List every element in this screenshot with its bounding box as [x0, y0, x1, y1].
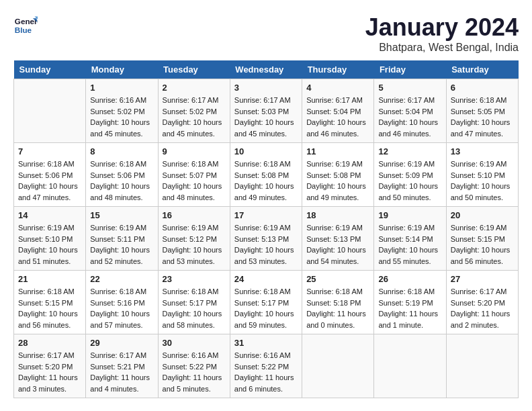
- calendar-cell: 19Sunrise: 6:19 AMSunset: 5:14 PMDayligh…: [374, 207, 446, 271]
- day-info: Sunrise: 6:19 AMSunset: 5:13 PMDaylight:…: [306, 222, 369, 267]
- day-info: Sunrise: 6:18 AMSunset: 5:05 PMDaylight:…: [451, 95, 514, 139]
- day-info: Sunrise: 6:17 AMSunset: 5:04 PMDaylight:…: [306, 95, 369, 139]
- week-row-1: 1Sunrise: 6:16 AMSunset: 5:02 PMDaylight…: [14, 79, 519, 143]
- calendar-cell: 1Sunrise: 6:16 AMSunset: 5:02 PMDaylight…: [86, 79, 158, 143]
- calendar-cell: 4Sunrise: 6:17 AMSunset: 5:04 PMDaylight…: [302, 79, 374, 143]
- calendar-cell: [14, 79, 86, 143]
- day-info: Sunrise: 6:19 AMSunset: 5:09 PMDaylight:…: [378, 158, 441, 203]
- month-title: January 2024: [365, 13, 519, 42]
- day-number: 3: [234, 83, 298, 93]
- calendar-cell: 5Sunrise: 6:17 AMSunset: 5:04 PMDaylight…: [374, 79, 446, 143]
- day-info: Sunrise: 6:18 AMSunset: 5:07 PMDaylight:…: [163, 158, 226, 203]
- calendar-cell: 27Sunrise: 6:17 AMSunset: 5:20 PMDayligh…: [446, 271, 518, 334]
- calendar-cell: [374, 334, 446, 398]
- day-number: 16: [163, 210, 226, 220]
- day-info: Sunrise: 6:19 AMSunset: 5:15 PMDaylight:…: [451, 222, 514, 267]
- calendar-cell: 14Sunrise: 6:19 AMSunset: 5:10 PMDayligh…: [14, 207, 86, 271]
- day-info: Sunrise: 6:19 AMSunset: 5:13 PMDaylight:…: [234, 222, 298, 267]
- calendar-cell: 21Sunrise: 6:18 AMSunset: 5:15 PMDayligh…: [14, 271, 86, 334]
- day-number: 28: [18, 338, 81, 348]
- calendar-cell: 2Sunrise: 6:17 AMSunset: 5:02 PMDaylight…: [158, 79, 230, 143]
- week-row-2: 7Sunrise: 6:18 AMSunset: 5:06 PMDaylight…: [14, 143, 519, 207]
- calendar-cell: 12Sunrise: 6:19 AMSunset: 5:09 PMDayligh…: [374, 143, 446, 207]
- col-header-friday: Friday: [374, 60, 446, 79]
- day-info: Sunrise: 6:19 AMSunset: 5:10 PMDaylight:…: [451, 158, 514, 203]
- day-info: Sunrise: 6:17 AMSunset: 5:20 PMDaylight:…: [18, 350, 81, 394]
- title-block: January 2024 Bhatpara, West Bengal, Indi…: [365, 13, 519, 54]
- day-number: 7: [18, 146, 81, 156]
- page-header: General Blue January 2024 Bhatpara, West…: [13, 13, 519, 54]
- day-number: 15: [90, 210, 153, 220]
- col-header-monday: Monday: [86, 60, 158, 79]
- day-number: 10: [234, 146, 298, 156]
- col-header-thursday: Thursday: [302, 60, 374, 79]
- calendar-cell: 30Sunrise: 6:16 AMSunset: 5:22 PMDayligh…: [158, 334, 230, 398]
- day-info: Sunrise: 6:18 AMSunset: 5:16 PMDaylight:…: [90, 286, 153, 330]
- calendar-cell: [302, 334, 374, 398]
- week-row-3: 14Sunrise: 6:19 AMSunset: 5:10 PMDayligh…: [14, 207, 519, 271]
- calendar-cell: 24Sunrise: 6:18 AMSunset: 5:17 PMDayligh…: [230, 271, 302, 334]
- day-info: Sunrise: 6:17 AMSunset: 5:20 PMDaylight:…: [451, 286, 514, 330]
- day-number: 20: [451, 210, 514, 220]
- calendar-cell: 16Sunrise: 6:19 AMSunset: 5:12 PMDayligh…: [158, 207, 230, 271]
- calendar-cell: 28Sunrise: 6:17 AMSunset: 5:20 PMDayligh…: [14, 334, 86, 398]
- calendar-cell: 10Sunrise: 6:18 AMSunset: 5:08 PMDayligh…: [230, 143, 302, 207]
- day-info: Sunrise: 6:16 AMSunset: 5:22 PMDaylight:…: [163, 350, 226, 394]
- calendar-cell: 22Sunrise: 6:18 AMSunset: 5:16 PMDayligh…: [86, 271, 158, 334]
- day-number: 6: [451, 83, 514, 93]
- day-number: 5: [378, 83, 441, 93]
- day-number: 29: [90, 338, 153, 348]
- day-info: Sunrise: 6:18 AMSunset: 5:08 PMDaylight:…: [234, 158, 298, 203]
- logo: General Blue: [13, 13, 38, 38]
- day-info: Sunrise: 6:18 AMSunset: 5:17 PMDaylight:…: [163, 286, 226, 330]
- calendar-cell: 13Sunrise: 6:19 AMSunset: 5:10 PMDayligh…: [446, 143, 518, 207]
- calendar-cell: 9Sunrise: 6:18 AMSunset: 5:07 PMDaylight…: [158, 143, 230, 207]
- calendar-cell: 15Sunrise: 6:19 AMSunset: 5:11 PMDayligh…: [86, 207, 158, 271]
- calendar-cell: 17Sunrise: 6:19 AMSunset: 5:13 PMDayligh…: [230, 207, 302, 271]
- day-info: Sunrise: 6:19 AMSunset: 5:08 PMDaylight:…: [306, 158, 369, 203]
- calendar-cell: 20Sunrise: 6:19 AMSunset: 5:15 PMDayligh…: [446, 207, 518, 271]
- day-info: Sunrise: 6:17 AMSunset: 5:21 PMDaylight:…: [90, 350, 153, 394]
- calendar-cell: 29Sunrise: 6:17 AMSunset: 5:21 PMDayligh…: [86, 334, 158, 398]
- day-info: Sunrise: 6:18 AMSunset: 5:17 PMDaylight:…: [234, 286, 298, 330]
- day-number: 17: [234, 210, 298, 220]
- week-row-4: 21Sunrise: 6:18 AMSunset: 5:15 PMDayligh…: [14, 271, 519, 334]
- day-number: 27: [451, 274, 514, 284]
- logo-icon: General Blue: [13, 13, 38, 38]
- day-info: Sunrise: 6:18 AMSunset: 5:15 PMDaylight:…: [18, 286, 81, 330]
- header-row: SundayMondayTuesdayWednesdayThursdayFrid…: [14, 60, 519, 79]
- calendar-cell: 18Sunrise: 6:19 AMSunset: 5:13 PMDayligh…: [302, 207, 374, 271]
- day-info: Sunrise: 6:16 AMSunset: 5:22 PMDaylight:…: [234, 350, 298, 394]
- week-row-5: 28Sunrise: 6:17 AMSunset: 5:20 PMDayligh…: [14, 334, 519, 398]
- day-info: Sunrise: 6:17 AMSunset: 5:03 PMDaylight:…: [234, 95, 298, 139]
- day-info: Sunrise: 6:19 AMSunset: 5:14 PMDaylight:…: [378, 222, 441, 267]
- calendar-cell: 26Sunrise: 6:18 AMSunset: 5:19 PMDayligh…: [374, 271, 446, 334]
- day-info: Sunrise: 6:18 AMSunset: 5:18 PMDaylight:…: [306, 286, 369, 330]
- col-header-wednesday: Wednesday: [230, 60, 302, 79]
- day-number: 22: [90, 274, 153, 284]
- day-info: Sunrise: 6:19 AMSunset: 5:11 PMDaylight:…: [90, 222, 153, 267]
- day-number: 1: [90, 83, 153, 93]
- day-number: 26: [378, 274, 441, 284]
- day-info: Sunrise: 6:17 AMSunset: 5:04 PMDaylight:…: [378, 95, 441, 139]
- day-info: Sunrise: 6:19 AMSunset: 5:10 PMDaylight:…: [18, 222, 81, 267]
- location: Bhatpara, West Bengal, India: [365, 42, 519, 54]
- calendar-cell: 6Sunrise: 6:18 AMSunset: 5:05 PMDaylight…: [446, 79, 518, 143]
- day-info: Sunrise: 6:16 AMSunset: 5:02 PMDaylight:…: [90, 95, 153, 139]
- day-number: 23: [163, 274, 226, 284]
- calendar-cell: 8Sunrise: 6:18 AMSunset: 5:06 PMDaylight…: [86, 143, 158, 207]
- day-number: 21: [18, 274, 81, 284]
- day-number: 11: [306, 146, 369, 156]
- calendar-table: SundayMondayTuesdayWednesdayThursdayFrid…: [13, 60, 519, 398]
- col-header-sunday: Sunday: [14, 60, 86, 79]
- day-number: 4: [306, 83, 369, 93]
- day-info: Sunrise: 6:18 AMSunset: 5:06 PMDaylight:…: [18, 158, 81, 203]
- day-number: 31: [234, 338, 298, 348]
- day-number: 24: [234, 274, 298, 284]
- calendar-cell: 31Sunrise: 6:16 AMSunset: 5:22 PMDayligh…: [230, 334, 302, 398]
- day-number: 8: [90, 146, 153, 156]
- calendar-cell: 11Sunrise: 6:19 AMSunset: 5:08 PMDayligh…: [302, 143, 374, 207]
- day-number: 30: [163, 338, 226, 348]
- calendar-cell: [446, 334, 518, 398]
- day-number: 12: [378, 146, 441, 156]
